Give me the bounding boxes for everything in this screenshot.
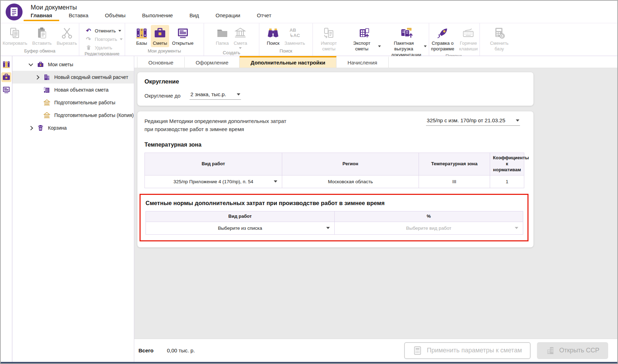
tab-additional-settings[interactable]: Дополнительные настройки (240, 56, 336, 68)
work-type-select[interactable]: 325/пр Приложение 4 (170/пр), п. 54 (145, 175, 282, 188)
apply-params-button[interactable]: Применить параметры к сметам (404, 342, 531, 359)
delete-button[interactable]: Удалить (85, 44, 125, 51)
app-window: Мои документы Главная Вставка Объёмы Вып… (0, 0, 618, 364)
tree-item-summary-estimate[interactable]: Новый сводный сметный расчет (12, 71, 134, 84)
export-estimate-button[interactable]: Экспорт сметы (346, 25, 383, 53)
content-area: Основные Оформление Дополнительные настр… (134, 56, 617, 362)
rounding-value: 2 знака, тыс.р. (190, 91, 226, 97)
rounding-select[interactable]: 2 знака, тыс.р. (190, 91, 241, 100)
ribbon-group-clipboard: Копировать Вставить Вырезать Буфер обмен… (1, 23, 79, 56)
tab-main[interactable]: Основные (137, 56, 185, 68)
window-title: Мои документы (31, 4, 288, 11)
tree-item-object-estimate[interactable]: Новая объектная смета (12, 84, 134, 96)
house-icon (43, 99, 51, 106)
export-dropdown-arrow-icon[interactable] (378, 45, 381, 47)
copy-icon (9, 26, 21, 40)
create-estimate-dropdown-arrow-icon[interactable] (239, 47, 242, 49)
hotkeys-label: Горячие клавиши (459, 41, 478, 52)
redo-button[interactable]: ↷ Повторить (85, 36, 125, 43)
menu-tab-home[interactable]: Главная (31, 12, 52, 21)
statusbar: Всего 0,00 тыс. р. Применить параметры к… (134, 339, 617, 362)
create-folder-label: Папка (216, 41, 229, 46)
bases-label: Базы (136, 41, 147, 46)
change-base-button[interactable]: Сменить базу (486, 25, 513, 53)
iconbar-bases-button[interactable] (1, 60, 11, 69)
import-estimate-button[interactable]: Импорт сметы (313, 25, 345, 53)
undo-dropdown-arrow-icon[interactable] (118, 30, 121, 32)
ribbon-group-import-export: Импорт сметы Экспорт сметы Пакетная выгр… (313, 23, 429, 56)
replace-button[interactable]: AB↳AC Заменить (282, 25, 307, 47)
col-percent: % (334, 211, 523, 222)
menu-tab-insert[interactable]: Вставка (69, 12, 88, 21)
methodology-select[interactable]: 325/пр с изм. 170/пр от 21.03.25 (426, 117, 520, 126)
cut-label: Вырезать (57, 41, 77, 46)
total-value: 0,00 тыс. р. (167, 347, 195, 353)
temp-zone-title: Температурная зона (144, 142, 526, 148)
rounding-card: Округление Округление до 2 знака, тыс.р. (137, 72, 533, 106)
create-folder-button[interactable]: Папка (214, 25, 231, 47)
estimates-icon (154, 26, 166, 40)
ribbon-group-help: Справка о программе Горячие клавиши Помо… (429, 23, 480, 56)
window-bottom-edge (1, 362, 617, 363)
estimates-button[interactable]: Сметы (151, 25, 169, 47)
rounding-row: Округление до 2 знака, тыс.р. (144, 91, 526, 100)
menu-tab-execution[interactable]: Выполнение (142, 12, 173, 21)
open-docs-icon (2, 86, 11, 94)
tab-accruals[interactable]: Начисления (336, 56, 388, 68)
app-logo-icon (5, 3, 23, 23)
open-ssr-button[interactable]: Открыть ССР (537, 342, 608, 359)
menu-tab-report[interactable]: Отчет (257, 12, 271, 21)
tree-item-prep-works[interactable]: Подготовительные работы (12, 96, 134, 109)
chevron-right-icon[interactable] (29, 126, 33, 130)
create-estimate-button[interactable]: Смета (231, 25, 249, 50)
norm-percent-select[interactable]: Выберите вид работ (334, 222, 523, 234)
search-label: Поиск (267, 41, 279, 46)
cut-button[interactable]: Вырезать (55, 25, 79, 47)
col-coefficients: Коэффициенты к нормативам (490, 153, 524, 175)
paste-icon (36, 26, 48, 40)
temp-zone-row: 325/пр Приложение 4 (170/пр), п. 54 Моск… (145, 175, 524, 188)
undo-icon: ↶ (85, 28, 92, 34)
search-button[interactable]: Поиск (265, 25, 282, 47)
tree-item-prep-works-copy[interactable]: Подготовительные работы (Копия) (12, 109, 134, 122)
group-label-search: Поиск (259, 48, 313, 56)
menu-tab-view[interactable]: Вид (190, 12, 199, 21)
tree-item-my-estimates[interactable]: Мои сметы (12, 58, 134, 71)
paste-button[interactable]: Вставить (30, 25, 54, 47)
tree-label: Новая объектная смета (54, 87, 109, 93)
redo-dropdown-arrow-icon[interactable] (120, 38, 123, 40)
house-icon (43, 111, 51, 119)
menu-tab-operations[interactable]: Операции (216, 12, 240, 21)
search-icon (267, 26, 279, 40)
norm-work-type-select[interactable]: Выберите из списка (146, 222, 335, 234)
menu-tab-volumes[interactable]: Объёмы (105, 12, 126, 21)
copy-button[interactable]: Копировать (1, 25, 30, 47)
methodology-row: Редакция Методики определения дополнител… (144, 117, 526, 133)
undo-button[interactable]: ↶ Отменить (85, 27, 125, 34)
tree-item-trash[interactable]: Корзина (12, 122, 134, 134)
tab-design[interactable]: Оформление (185, 56, 240, 68)
trash-icon (37, 124, 44, 132)
iconbar-open-docs-button[interactable] (1, 85, 11, 95)
chevron-right-icon[interactable] (35, 75, 39, 80)
left-iconbar (1, 56, 12, 362)
hotkeys-button[interactable]: Горячие клавиши (457, 25, 480, 53)
main-area: Мои сметы Новый сводный сметный расчет Н… (1, 56, 617, 362)
chevron-down-icon[interactable] (29, 62, 33, 66)
tree-label: Подготовительные работы (Копия) (54, 112, 134, 118)
hotkeys-keyboard-icon (462, 26, 475, 40)
bases-button[interactable]: Базы (133, 25, 150, 47)
iconbar-estimates-button[interactable] (1, 72, 11, 82)
settings-canvas: Округление Округление до 2 знака, тыс.р.… (134, 68, 617, 339)
batch-dropdown-arrow-icon[interactable] (424, 45, 427, 47)
replace-glyph-top: AB (290, 28, 296, 33)
dropdown-arrow-icon (516, 119, 519, 122)
batch-upload-button[interactable]: Пакетная выгрузкадокументации (384, 25, 429, 59)
rounding-label: Округление до (144, 93, 180, 99)
undo-label: Отменить (95, 28, 116, 33)
redo-label: Повторить (95, 37, 117, 42)
col-work-type: Вид работ (146, 211, 335, 222)
open-docs-button[interactable]: Открытые (170, 25, 196, 47)
batch-upload-icon (400, 26, 413, 40)
about-button[interactable]: Справка о программе (429, 25, 456, 53)
